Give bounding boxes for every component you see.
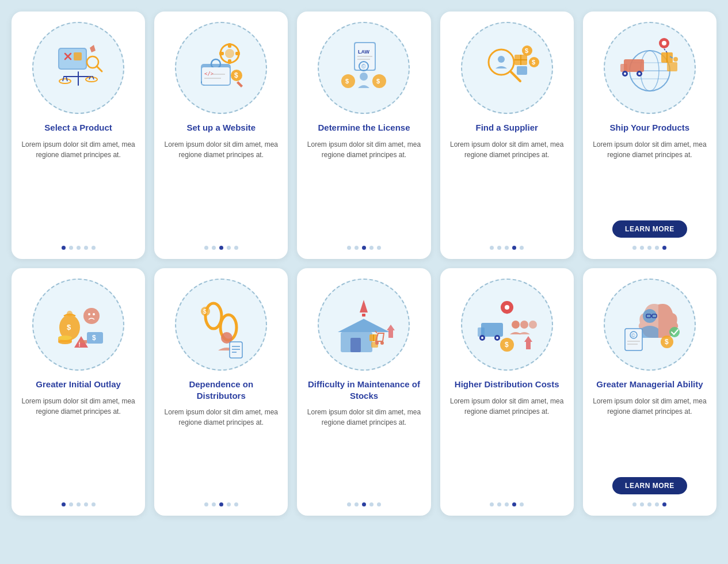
card-select-product: Select a Product Lorem ipsum dolor sit d… <box>12 12 145 259</box>
svg-text:$: $ <box>665 338 669 346</box>
card-body-difficulty-maintenance: Lorem ipsum dolor sit dim amet, mea regi… <box>306 407 421 494</box>
dots-find-supplier <box>490 246 524 250</box>
card-icon-ship-products <box>604 22 696 114</box>
svg-point-69 <box>673 57 678 62</box>
svg-point-81 <box>88 313 90 315</box>
svg-text:©: © <box>631 333 635 338</box>
svg-text:$: $ <box>505 341 509 349</box>
dot-2 <box>69 502 73 506</box>
dot-2 <box>497 502 501 506</box>
svg-text:</>: </> <box>204 71 214 77</box>
card-find-supplier: $ $ Find a Supplier Lorem ipsum dolor si… <box>440 12 574 259</box>
dots-greater-initial-outlay <box>62 502 96 506</box>
dot-1 <box>204 502 208 506</box>
learn-more-button-managerial[interactable]: LEARN MORE <box>612 477 687 494</box>
card-higher-distribution: $ Higher Distribution Costs Lorem ipsum … <box>440 268 574 516</box>
dot-4 <box>512 502 516 506</box>
dot-1 <box>632 502 636 506</box>
svg-point-10 <box>86 77 97 82</box>
dot-1 <box>347 246 351 250</box>
dot-5 <box>520 502 524 506</box>
dot-2 <box>640 246 644 250</box>
dot-2 <box>212 246 216 250</box>
card-icon-difficulty-maintenance <box>318 279 410 371</box>
card-title-select-product: Select a Product <box>44 122 112 134</box>
dot-2 <box>355 502 359 506</box>
card-body-find-supplier: Lorem ipsum dolor sit dim amet, mea regi… <box>449 139 565 238</box>
svg-text:LAW: LAW <box>358 49 370 55</box>
svg-point-82 <box>93 313 95 315</box>
card-title-dependence-distributors: Dependence on Distributors <box>163 379 279 401</box>
svg-point-125 <box>669 327 680 337</box>
svg-point-43 <box>498 56 505 63</box>
dot-4 <box>369 246 373 250</box>
card-body-greater-initial-outlay: Lorem ipsum dolor sit dim amet, mea regi… <box>21 396 136 495</box>
dot-4 <box>227 246 231 250</box>
svg-text:$: $ <box>234 71 238 79</box>
svg-text:©: © <box>361 63 366 70</box>
dots-determine-license <box>347 246 381 250</box>
dot-4 <box>512 246 516 250</box>
dot-5 <box>377 246 381 250</box>
dot-5 <box>662 246 666 250</box>
svg-point-98 <box>375 341 379 345</box>
card-difficulty-maintenance: Difficulty in Maintenance of Stocks Lore… <box>297 268 430 516</box>
dot-5 <box>377 502 381 506</box>
dot-3 <box>362 502 366 506</box>
dot-1 <box>632 246 636 250</box>
dot-5 <box>662 502 666 506</box>
dots-higher-distribution <box>490 502 524 506</box>
svg-point-102 <box>505 305 509 310</box>
card-determine-license: LAW © $ $ Determine the License Lorem ip… <box>297 12 430 259</box>
svg-point-114 <box>643 309 657 323</box>
card-icon-select-product <box>32 22 124 114</box>
dot-2 <box>212 502 216 506</box>
card-title-difficulty-maintenance: Difficulty in Maintenance of Stocks <box>306 379 421 401</box>
svg-point-110 <box>520 321 528 329</box>
dots-dependence-distributors <box>204 502 238 506</box>
svg-rect-17 <box>228 43 231 48</box>
svg-point-99 <box>380 341 384 345</box>
card-body-higher-distribution: Lorem ipsum dolor sit dim amet, mea regi… <box>449 396 565 495</box>
dot-4 <box>369 502 373 506</box>
svg-point-106 <box>481 337 483 339</box>
dot-3 <box>647 246 651 250</box>
card-greater-initial-outlay: $ ! $ Greater Initial Outlay Lorem ips <box>12 268 145 516</box>
svg-text:$: $ <box>345 78 349 85</box>
dot-1 <box>490 502 494 506</box>
card-icon-dependence-distributors: $ <box>175 279 267 371</box>
card-body-determine-license: Lorem ipsum dolor sit dim amet, mea regi… <box>306 139 421 238</box>
dot-4 <box>655 246 659 250</box>
card-title-higher-distribution: Higher Distribution Costs <box>455 379 559 390</box>
dot-4 <box>655 502 659 506</box>
svg-text:$: $ <box>92 334 96 342</box>
learn-more-button-ship[interactable]: LEARN MORE <box>612 220 687 238</box>
dot-1 <box>62 502 66 506</box>
dot-3 <box>505 502 509 506</box>
card-grid: Select a Product Lorem ipsum dolor sit d… <box>12 12 716 516</box>
svg-rect-18 <box>228 59 231 64</box>
svg-text:$: $ <box>525 47 528 54</box>
dot-3 <box>362 246 366 250</box>
dot-1 <box>490 246 494 250</box>
svg-point-16 <box>225 49 234 58</box>
svg-text:$: $ <box>376 78 380 85</box>
svg-line-14 <box>97 66 102 71</box>
card-title-ship-products: Ship Your Products <box>610 122 690 134</box>
card-body-dependence-distributors: Lorem ipsum dolor sit dim amet, mea regi… <box>163 407 279 494</box>
card-icon-greater-managerial: © $ <box>604 279 696 371</box>
svg-rect-47 <box>517 66 527 75</box>
svg-text:$: $ <box>532 59 535 66</box>
dot-1 <box>347 502 351 506</box>
dot-3 <box>219 246 223 250</box>
dot-2 <box>69 246 73 250</box>
dot-3 <box>505 246 509 250</box>
dot-1 <box>204 246 208 250</box>
dots-difficulty-maintenance <box>347 502 381 506</box>
svg-rect-58 <box>620 64 627 72</box>
svg-rect-65 <box>667 62 677 71</box>
svg-point-7 <box>59 79 71 83</box>
card-icon-greater-initial-outlay: $ ! $ <box>32 279 124 371</box>
card-body-ship-products: Lorem ipsum dolor sit dim amet, mea regi… <box>592 139 707 213</box>
card-ship-products: Ship Your Products Lorem ipsum dolor sit… <box>583 12 716 259</box>
